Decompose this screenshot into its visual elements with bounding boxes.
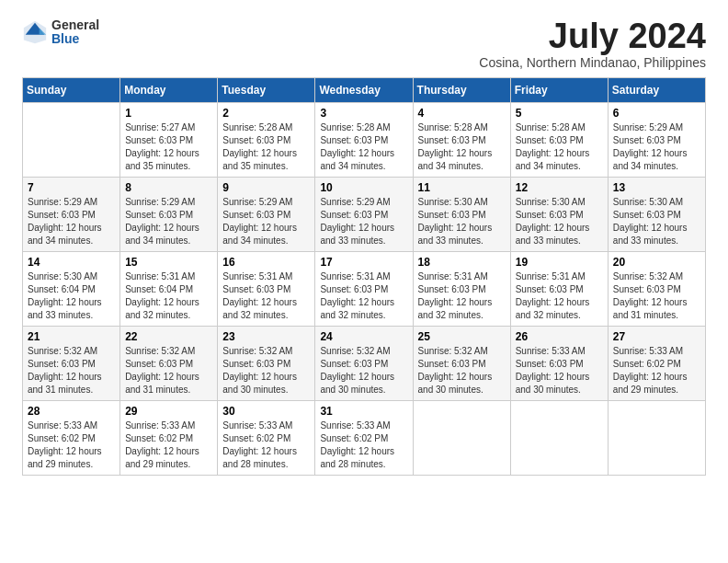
day-number: 31: [320, 405, 407, 418]
day-number: 17: [320, 256, 407, 269]
day-number: 14: [28, 256, 115, 269]
day-number: 11: [418, 181, 506, 194]
calendar-cell: 25Sunrise: 5:32 AM Sunset: 6:03 PM Dayli…: [413, 327, 510, 401]
calendar-week-row: 14Sunrise: 5:30 AM Sunset: 6:04 PM Dayli…: [23, 252, 706, 327]
day-number: 20: [613, 256, 700, 269]
day-info: Sunrise: 5:33 AM Sunset: 6:02 PM Dayligh…: [125, 419, 212, 471]
day-info: Sunrise: 5:32 AM Sunset: 6:03 PM Dayligh…: [28, 345, 115, 396]
calendar-cell: 4Sunrise: 5:28 AM Sunset: 6:03 PM Daylig…: [413, 103, 510, 178]
day-info: Sunrise: 5:32 AM Sunset: 6:03 PM Dayligh…: [613, 270, 700, 322]
calendar-cell: [23, 103, 120, 178]
day-number: 19: [516, 256, 603, 269]
calendar-cell: 29Sunrise: 5:33 AM Sunset: 6:02 PM Dayli…: [120, 401, 218, 476]
day-info: Sunrise: 5:30 AM Sunset: 6:03 PM Dayligh…: [418, 196, 506, 247]
day-info: Sunrise: 5:33 AM Sunset: 6:02 PM Dayligh…: [222, 419, 310, 471]
day-number: 16: [222, 256, 310, 269]
calendar-cell: 31Sunrise: 5:33 AM Sunset: 6:02 PM Dayli…: [315, 401, 413, 476]
calendar-cell: 3Sunrise: 5:28 AM Sunset: 6:03 PM Daylig…: [315, 103, 413, 178]
calendar-cell: 10Sunrise: 5:29 AM Sunset: 6:03 PM Dayli…: [315, 178, 413, 252]
day-info: Sunrise: 5:29 AM Sunset: 6:03 PM Dayligh…: [613, 121, 700, 173]
header-sunday: Sunday: [23, 78, 120, 103]
header-saturday: Saturday: [608, 78, 705, 103]
day-number: 5: [516, 107, 603, 120]
day-info: Sunrise: 5:33 AM Sunset: 6:02 PM Dayligh…: [28, 419, 115, 471]
header-wednesday: Wednesday: [315, 78, 413, 103]
calendar-cell: 28Sunrise: 5:33 AM Sunset: 6:02 PM Dayli…: [23, 401, 120, 476]
header-friday: Friday: [510, 78, 608, 103]
day-number: 26: [516, 330, 603, 343]
calendar-week-row: 1Sunrise: 5:27 AM Sunset: 6:03 PM Daylig…: [23, 103, 706, 178]
calendar-cell: 19Sunrise: 5:31 AM Sunset: 6:03 PM Dayli…: [510, 252, 608, 327]
header-thursday: Thursday: [413, 78, 510, 103]
day-number: 27: [613, 330, 700, 343]
location-subtitle: Cosina, Northern Mindanao, Philippines: [479, 55, 706, 70]
calendar-cell: 17Sunrise: 5:31 AM Sunset: 6:03 PM Dayli…: [315, 252, 413, 327]
day-info: Sunrise: 5:28 AM Sunset: 6:03 PM Dayligh…: [320, 121, 407, 173]
calendar-cell: 27Sunrise: 5:33 AM Sunset: 6:02 PM Dayli…: [608, 327, 705, 401]
day-number: 15: [125, 256, 212, 269]
calendar-cell: 9Sunrise: 5:29 AM Sunset: 6:03 PM Daylig…: [218, 178, 315, 252]
day-number: 9: [222, 181, 310, 194]
calendar-week-row: 21Sunrise: 5:32 AM Sunset: 6:03 PM Dayli…: [23, 327, 706, 401]
day-number: 6: [613, 107, 700, 120]
day-number: 8: [125, 181, 212, 194]
calendar-cell: 23Sunrise: 5:32 AM Sunset: 6:03 PM Dayli…: [218, 327, 315, 401]
header: General Blue July 2024 Cosina, Northern …: [22, 18, 706, 70]
day-info: Sunrise: 5:29 AM Sunset: 6:03 PM Dayligh…: [320, 196, 407, 247]
day-info: Sunrise: 5:29 AM Sunset: 6:03 PM Dayligh…: [222, 196, 310, 247]
day-info: Sunrise: 5:33 AM Sunset: 6:02 PM Dayligh…: [613, 345, 700, 396]
day-number: 18: [418, 256, 506, 269]
logo-icon: [22, 19, 48, 45]
calendar-cell: 18Sunrise: 5:31 AM Sunset: 6:03 PM Dayli…: [413, 252, 510, 327]
calendar-cell: 11Sunrise: 5:30 AM Sunset: 6:03 PM Dayli…: [413, 178, 510, 252]
header-tuesday: Tuesday: [218, 78, 315, 103]
calendar-cell: 24Sunrise: 5:32 AM Sunset: 6:03 PM Dayli…: [315, 327, 413, 401]
day-number: 2: [222, 107, 310, 120]
day-number: 25: [418, 330, 506, 343]
calendar-cell: 8Sunrise: 5:29 AM Sunset: 6:03 PM Daylig…: [120, 178, 218, 252]
day-info: Sunrise: 5:32 AM Sunset: 6:03 PM Dayligh…: [418, 345, 506, 396]
day-info: Sunrise: 5:28 AM Sunset: 6:03 PM Dayligh…: [222, 121, 310, 173]
day-info: Sunrise: 5:29 AM Sunset: 6:03 PM Dayligh…: [28, 196, 115, 247]
calendar-cell: 21Sunrise: 5:32 AM Sunset: 6:03 PM Dayli…: [23, 327, 120, 401]
calendar-cell: 26Sunrise: 5:33 AM Sunset: 6:03 PM Dayli…: [510, 327, 608, 401]
calendar-cell: 14Sunrise: 5:30 AM Sunset: 6:04 PM Dayli…: [23, 252, 120, 327]
day-info: Sunrise: 5:29 AM Sunset: 6:03 PM Dayligh…: [125, 196, 212, 247]
calendar-cell: 15Sunrise: 5:31 AM Sunset: 6:04 PM Dayli…: [120, 252, 218, 327]
calendar-cell: [510, 401, 608, 476]
calendar-cell: 1Sunrise: 5:27 AM Sunset: 6:03 PM Daylig…: [120, 103, 218, 178]
day-info: Sunrise: 5:31 AM Sunset: 6:03 PM Dayligh…: [418, 270, 506, 322]
logo-blue-text: Blue: [51, 32, 99, 46]
logo-general-text: General: [51, 18, 99, 32]
day-number: 12: [516, 181, 603, 194]
calendar-cell: 13Sunrise: 5:30 AM Sunset: 6:03 PM Dayli…: [608, 178, 705, 252]
calendar-cell: 5Sunrise: 5:28 AM Sunset: 6:03 PM Daylig…: [510, 103, 608, 178]
month-title: July 2024: [479, 18, 706, 53]
calendar-cell: 20Sunrise: 5:32 AM Sunset: 6:03 PM Dayli…: [608, 252, 705, 327]
day-number: 24: [320, 330, 407, 343]
day-number: 22: [125, 330, 212, 343]
title-area: July 2024 Cosina, Northern Mindanao, Phi…: [479, 18, 706, 70]
calendar-cell: 16Sunrise: 5:31 AM Sunset: 6:03 PM Dayli…: [218, 252, 315, 327]
day-number: 1: [125, 107, 212, 120]
day-number: 4: [418, 107, 506, 120]
day-number: 30: [222, 405, 310, 418]
calendar-cell: [608, 401, 705, 476]
calendar-cell: 6Sunrise: 5:29 AM Sunset: 6:03 PM Daylig…: [608, 103, 705, 178]
calendar-cell: [413, 401, 510, 476]
day-info: Sunrise: 5:31 AM Sunset: 6:04 PM Dayligh…: [125, 270, 212, 322]
calendar-cell: 2Sunrise: 5:28 AM Sunset: 6:03 PM Daylig…: [218, 103, 315, 178]
day-info: Sunrise: 5:30 AM Sunset: 6:03 PM Dayligh…: [613, 196, 700, 247]
calendar-cell: 12Sunrise: 5:30 AM Sunset: 6:03 PM Dayli…: [510, 178, 608, 252]
day-info: Sunrise: 5:32 AM Sunset: 6:03 PM Dayligh…: [222, 345, 310, 396]
day-info: Sunrise: 5:32 AM Sunset: 6:03 PM Dayligh…: [320, 345, 407, 396]
day-number: 29: [125, 405, 212, 418]
day-number: 10: [320, 181, 407, 194]
day-info: Sunrise: 5:31 AM Sunset: 6:03 PM Dayligh…: [320, 270, 407, 322]
calendar-cell: 7Sunrise: 5:29 AM Sunset: 6:03 PM Daylig…: [23, 178, 120, 252]
day-info: Sunrise: 5:30 AM Sunset: 6:04 PM Dayligh…: [28, 270, 115, 322]
day-number: 23: [222, 330, 310, 343]
logo-text: General Blue: [51, 18, 99, 47]
day-info: Sunrise: 5:28 AM Sunset: 6:03 PM Dayligh…: [516, 121, 603, 173]
logo: General Blue: [22, 18, 99, 47]
